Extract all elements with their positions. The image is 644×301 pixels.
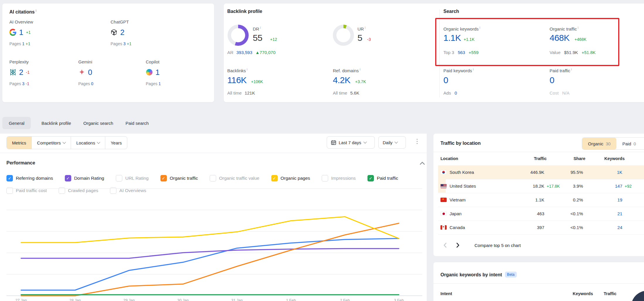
- paid-traffic-value[interactable]: 0: [550, 75, 554, 85]
- location-traffic: 397: [502, 225, 544, 230]
- search-title: Search: [443, 9, 459, 14]
- location-keywords-link[interactable]: 147: [615, 184, 622, 189]
- domain-rating-donut: [228, 25, 249, 46]
- ai-pages-count[interactable]: 1: [22, 41, 25, 46]
- unchecked-checkbox-icon: [322, 175, 328, 181]
- top3-link[interactable]: 563: [458, 50, 465, 55]
- toolbar-divider: [0, 153, 427, 153]
- ads-link[interactable]: 0: [455, 90, 457, 95]
- ai-pages-count[interactable]: 3: [123, 41, 126, 46]
- backlink-profile-title: Backlink profile: [227, 9, 262, 14]
- more-options-button[interactable]: ⋮: [414, 140, 420, 142]
- info-icon[interactable]: i: [479, 26, 480, 29]
- location-traffic: 446.9K: [502, 170, 544, 175]
- organic-traffic-label: Organic traffici: [550, 26, 579, 31]
- refdomains-value[interactable]: 4.2K: [333, 75, 350, 85]
- location-row-united-states[interactable]: United States18.2K+17.8K3.9%147+92: [438, 179, 644, 193]
- pager-prev-button[interactable]: [440, 241, 449, 250]
- tab-general[interactable]: General: [2, 117, 31, 129]
- metrics-filter-button[interactable]: Metrics: [7, 137, 32, 149]
- ai-citations-count[interactable]: 0: [88, 68, 92, 77]
- paid-keywords-value[interactable]: 0: [443, 75, 448, 85]
- organic-traffic-delta: +468K: [574, 37, 587, 42]
- location-share: <0.1%: [562, 225, 583, 230]
- competitors-filter-button[interactable]: Competitors: [32, 137, 71, 149]
- info-icon[interactable]: i: [260, 26, 261, 29]
- tab-organic-search[interactable]: Organic search: [82, 121, 115, 126]
- paid-keywords-label: Paid keywordsi: [443, 68, 474, 73]
- location-row-south-korea[interactable]: South Korea446.9K95.5%1K: [438, 165, 644, 179]
- backlinks-value[interactable]: 116K: [227, 75, 247, 85]
- unchecked-checkbox-icon: [210, 175, 216, 181]
- info-icon[interactable]: i: [473, 68, 474, 71]
- location-share: 0.2%: [562, 197, 583, 202]
- checkbox-impressions[interactable]: Impressions: [322, 175, 356, 181]
- location-row-vietnam[interactable]: Vietnam1.1K0.2%19: [438, 193, 644, 207]
- info-icon[interactable]: i: [365, 26, 365, 29]
- compare-top5-link[interactable]: Compare top 5 on chart: [474, 243, 521, 248]
- checked-checkbox-icon: ✓: [271, 175, 278, 181]
- ai-citations-count[interactable]: 2: [120, 28, 124, 37]
- chart-line-referring-domains: [21, 238, 399, 290]
- checkbox-paid-traffic[interactable]: ✓Paid traffic: [367, 175, 398, 181]
- info-icon[interactable]: i: [578, 26, 578, 29]
- location-traffic: 1.1K: [502, 197, 544, 202]
- pager-next-button[interactable]: [453, 241, 462, 250]
- tab-backlink-profile[interactable]: Backlink profile: [40, 121, 73, 126]
- toggle-paid[interactable]: Paid0: [616, 138, 642, 149]
- checkbox-organic-traffic-value[interactable]: Organic traffic value: [210, 175, 260, 181]
- checkbox-referring-domains[interactable]: ✓Referring domains: [6, 175, 53, 181]
- chevron-down-icon: [97, 140, 100, 144]
- chevron-left-icon: [443, 243, 447, 248]
- location-row-japan[interactable]: Japan463<0.1%21: [438, 207, 644, 221]
- location-keywords-link[interactable]: 19: [617, 197, 622, 202]
- ahrefs-rank-link[interactable]: 393,593: [236, 50, 252, 55]
- location-traffic: 463: [502, 211, 544, 216]
- location-row-canada[interactable]: Canada397<0.1%24: [438, 221, 644, 235]
- ai-citations-count[interactable]: 2: [19, 68, 23, 77]
- flag-icon-vn: [440, 198, 447, 202]
- organic-traffic-value[interactable]: 468K: [550, 33, 570, 43]
- checkbox-domain-rating[interactable]: ✓Domain Rating: [65, 175, 104, 181]
- organic-keywords-value[interactable]: 1.1K: [443, 33, 461, 43]
- location-keywords-link[interactable]: 21: [617, 211, 622, 216]
- location-share: <0.1%: [562, 211, 583, 216]
- ai-source-label: Gemini: [78, 59, 146, 64]
- chart-x-tick-label: 30 Jan: [177, 298, 189, 301]
- ai-citations-count[interactable]: 1: [155, 68, 160, 77]
- location-name: Vietnam: [450, 197, 466, 202]
- location-name: South Korea: [450, 170, 474, 175]
- copilot-icon: [146, 69, 153, 76]
- info-icon[interactable]: i: [571, 68, 572, 71]
- checkbox-organic-traffic[interactable]: ✓Organic traffic: [160, 175, 198, 181]
- ai-citations-count[interactable]: 1: [19, 28, 23, 37]
- checkbox-url-rating[interactable]: URL Rating: [116, 175, 149, 181]
- card-section-divider: [439, 9, 440, 97]
- locations-filter-button[interactable]: Locations: [71, 137, 105, 149]
- backlinks-delta: +106K: [251, 79, 263, 84]
- toggle-organic[interactable]: Organic30: [582, 138, 616, 149]
- location-keywords-link[interactable]: 1K: [617, 170, 622, 175]
- chart-line-domain-rating: [21, 249, 399, 258]
- ai-pages-count[interactable]: 1: [159, 81, 161, 86]
- ai-pages-count[interactable]: 0: [91, 81, 94, 86]
- date-range-button[interactable]: Last 7 days: [327, 136, 375, 149]
- cost-line: Cost N/A: [550, 90, 570, 95]
- granularity-button[interactable]: Daily: [378, 136, 406, 149]
- performance-chart[interactable]: 27 Jan28 Jan29 Jan30 Jan31 Jan1 Feb2 Feb…: [0, 186, 427, 301]
- years-filter-button[interactable]: Years: [105, 137, 127, 149]
- chevron-down-icon: [363, 140, 367, 143]
- info-icon[interactable]: i: [360, 68, 360, 71]
- info-icon[interactable]: i: [247, 68, 247, 71]
- info-icon[interactable]: i: [35, 9, 36, 12]
- location-keywords-link[interactable]: 24: [617, 225, 622, 230]
- unchecked-checkbox-icon: [116, 175, 122, 181]
- checkbox-organic-pages[interactable]: ✓Organic pages: [271, 175, 310, 181]
- chevron-down-icon: [395, 140, 398, 143]
- tab-paid-search[interactable]: Paid search: [124, 121, 150, 126]
- ai-pages-count[interactable]: 3: [22, 81, 25, 86]
- chart-x-tick-label: 29 Jan: [123, 298, 135, 301]
- filter-group: Metrics Competitors Locations Years: [6, 136, 127, 149]
- chevron-down-icon: [63, 140, 66, 144]
- collapse-chevron-icon[interactable]: [419, 162, 425, 165]
